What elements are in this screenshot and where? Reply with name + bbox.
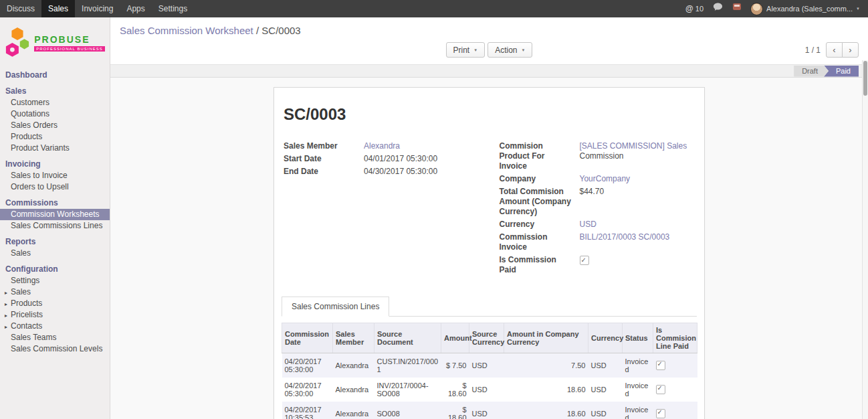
sidebar-heading-sales[interactable]: Sales: [0, 85, 110, 97]
column-header-line-paid[interactable]: Is Commision Line Paid: [653, 323, 697, 353]
menu-invoicing[interactable]: Invoicing: [75, 0, 120, 17]
cell-line-paid: [653, 402, 697, 419]
sidebar-item-sales-commission-levels[interactable]: Sales Commission Levels: [0, 343, 110, 355]
sidebar-item-sales-to-invoice[interactable]: Sales to Invoice: [0, 170, 110, 181]
sidebar-item-sales-teams[interactable]: Sales Teams: [0, 332, 110, 343]
menu-apps[interactable]: Apps: [120, 0, 151, 17]
user-menu[interactable]: Alexandra (Sales_comm... ▼: [746, 3, 864, 15]
sidebar-item-config-sales[interactable]: Sales: [0, 286, 110, 298]
statusbar: Draft Paid: [110, 64, 868, 78]
company-link[interactable]: YourCompany: [580, 174, 631, 183]
logo-title: PROBUSE: [34, 34, 104, 45]
commission-line-row[interactable]: 04/20/2017 05:30:00 Alexandra INV/2017/0…: [282, 378, 697, 402]
commission-lines-list: Commission Date Sales Member Source Docu…: [282, 323, 697, 419]
sidebar-heading-configuration[interactable]: Configuration: [0, 263, 110, 275]
menu-discuss[interactable]: Discuss: [0, 0, 41, 17]
column-header-status[interactable]: Status: [623, 323, 653, 353]
cell-amount-company: 7.50: [504, 353, 588, 378]
scrollbar-track: [862, 60, 868, 419]
cell-member: Alexandra: [333, 378, 374, 402]
sidebar-item-product-variants[interactable]: Product Variants: [0, 143, 110, 154]
status-paid[interactable]: Paid: [824, 66, 859, 77]
user-name: Alexandra (Sales_comm...: [766, 5, 853, 13]
breadcrumb-parent-link[interactable]: Sales Commission Worksheet: [120, 25, 253, 36]
sales-member-link[interactable]: Alexandra: [364, 141, 400, 151]
cell-amount: $ 18.60: [441, 402, 469, 419]
column-header-sales-member[interactable]: Sales Member: [333, 323, 374, 353]
sidebar-item-orders-to-upsell[interactable]: Orders to Upsell: [0, 181, 110, 193]
commission-invoice-link[interactable]: BILL/2017/0003 SC/0003: [580, 232, 670, 242]
cell-currency: USD: [588, 402, 623, 419]
status-draft[interactable]: Draft: [794, 66, 829, 77]
column-header-amount[interactable]: Amount: [441, 323, 469, 353]
sidebar-heading-invoicing[interactable]: Invoicing: [0, 158, 110, 170]
sidebar-item-config-products[interactable]: Products: [0, 298, 110, 309]
field-commission-product: Commision Product For Invoice [SALES COM…: [500, 141, 695, 171]
message-count-badge: 10: [695, 0, 703, 17]
currency-link[interactable]: USD: [580, 220, 596, 229]
line-paid-checkbox[interactable]: [656, 409, 665, 418]
sidebar-item-customers[interactable]: Customers: [0, 97, 110, 108]
app-window: Discuss Sales Invoicing Apps Settings @ …: [0, 0, 868, 419]
form-view: SC/0003 Sales Member Alexandra Start Dat…: [110, 78, 868, 419]
sidebar-item-settings[interactable]: Settings: [0, 275, 110, 286]
print-button[interactable]: Print ▼: [446, 42, 485, 58]
form-sheet: SC/0003 Sales Member Alexandra Start Dat…: [274, 87, 705, 419]
field-start-date: Start Date 04/01/2017 05:30:00: [284, 154, 479, 164]
notebook: Sales Commission Lines Commission Date: [282, 297, 697, 419]
commission-line-row[interactable]: 04/20/2017 05:30:00 Alexandra CUST.IN/20…: [282, 353, 697, 378]
sidebar-heading-commissions[interactable]: Commissions: [0, 197, 110, 209]
cell-source-currency: USD: [469, 378, 504, 402]
sidebar-heading-reports[interactable]: Reports: [0, 236, 110, 248]
systray-extra-button[interactable]: [728, 0, 746, 17]
scrollbar-thumb[interactable]: [863, 61, 867, 96]
messaging-menu-button[interactable]: @ 10: [681, 0, 708, 17]
sidebar-item-sales-commissions-lines[interactable]: Sales Commissions Lines: [0, 220, 110, 232]
tab-sales-commission-lines[interactable]: Sales Commission Lines: [282, 297, 389, 317]
pager-value: 1 / 1: [805, 46, 821, 55]
chat-bubble-icon: [713, 0, 723, 17]
sidebar-item-reports-sales[interactable]: Sales: [0, 248, 110, 259]
line-paid-checkbox[interactable]: [656, 361, 665, 370]
sidebar-item-contacts[interactable]: Contacts: [0, 321, 110, 332]
sidebar-item-products[interactable]: Products: [0, 131, 110, 143]
commission-product-link[interactable]: [SALES COMMISSION] Sales: [580, 141, 687, 151]
commission-line-row[interactable]: 04/20/2017 10:35:53 Alexandra SO008 $ 18…: [282, 402, 697, 419]
field-commission-invoice: Commission Invoice BILL/2017/0003 SC/000…: [500, 232, 695, 252]
avatar: [750, 3, 763, 15]
column-header-commission-date[interactable]: Commission Date: [282, 323, 333, 353]
cell-member: Alexandra: [333, 402, 374, 419]
sidebar-item-sales-orders[interactable]: Sales Orders: [0, 120, 110, 131]
column-header-currency[interactable]: Currency: [588, 323, 623, 353]
line-paid-checkbox[interactable]: [656, 385, 665, 394]
systray-extra-icon: [732, 0, 742, 17]
field-groups: Sales Member Alexandra Start Date 04/01/…: [284, 141, 695, 278]
field-label: End Date: [284, 167, 364, 177]
sidebar-item-commission-worksheets[interactable]: Commission Worksheets: [0, 209, 110, 220]
action-button[interactable]: Action ▼: [487, 42, 532, 58]
pager-next-button[interactable]: ›: [842, 42, 859, 58]
sidebar-heading-dashboard[interactable]: Dashboard: [0, 69, 110, 81]
menu-sales[interactable]: Sales: [41, 0, 75, 17]
column-header-amount-company-currency[interactable]: Amount in Company Currency: [504, 323, 588, 353]
field-label: Commission Invoice: [500, 232, 580, 252]
cell-amount-company: 18.60: [504, 378, 588, 402]
is-commission-paid-checkbox[interactable]: [580, 256, 589, 265]
total-commission-amount-value: $44.70: [580, 187, 605, 197]
sidebar-nav: Dashboard Sales Customers Quotations Sal…: [0, 66, 110, 355]
column-header-source-document[interactable]: Source Document: [374, 323, 441, 353]
field-label: Sales Member: [284, 141, 364, 151]
end-date-value: 04/30/2017 05:30:00: [364, 167, 437, 177]
sidebar-item-quotations[interactable]: Quotations: [0, 108, 110, 120]
notebook-tabs: Sales Commission Lines: [282, 297, 697, 317]
pager-prev-button[interactable]: ‹: [826, 42, 843, 58]
chat-button[interactable]: [708, 0, 728, 17]
field-end-date: End Date 04/30/2017 05:30:00: [284, 167, 479, 177]
sidebar-item-pricelists[interactable]: Pricelists: [0, 309, 110, 321]
cell-line-paid: [653, 378, 697, 402]
cell-source: CUST.IN/2017/0001: [374, 353, 441, 378]
column-header-source-currency[interactable]: Source Currency: [469, 323, 504, 353]
menu-settings[interactable]: Settings: [152, 0, 194, 17]
commission-product-rest: Commission: [580, 151, 624, 161]
chevron-down-icon: ▼: [522, 48, 526, 52]
